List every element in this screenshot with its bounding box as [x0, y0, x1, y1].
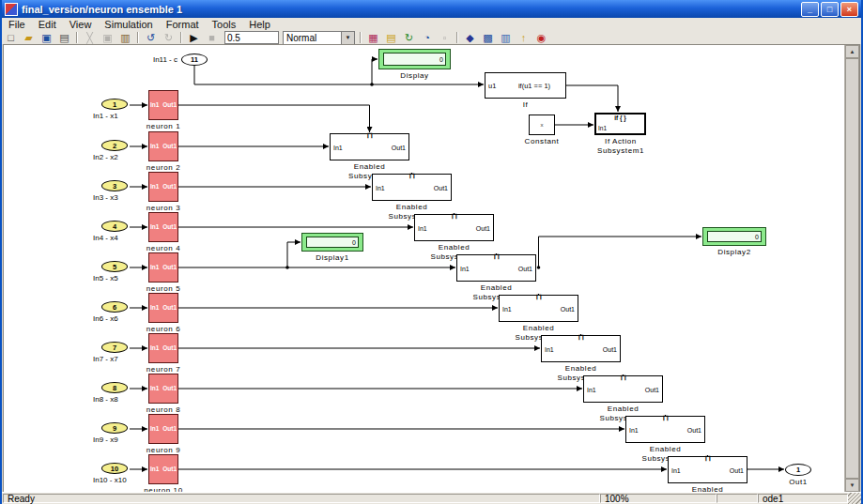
neuron-block[interactable]: In1Out1: [148, 414, 178, 444]
neuron-in-port: In1: [150, 224, 159, 231]
display2-block[interactable]: 0: [702, 227, 766, 246]
outport-oval[interactable]: 1: [785, 464, 811, 476]
simulation-mode-select[interactable]: Normal ▼: [283, 31, 355, 45]
neuron-in-port: In1: [150, 184, 159, 191]
subsystem-in-port: In1: [671, 466, 681, 473]
vertical-scrollbar[interactable]: ▲ ▼: [844, 45, 859, 492]
toolbar-separator: [456, 32, 458, 43]
enabled-subsystem-block[interactable]: In1Out1⊓: [330, 133, 409, 160]
model-explorer-icon[interactable]: ▥: [497, 31, 515, 44]
if-block-label: If: [485, 100, 566, 110]
inport-oval-11[interactable]: 11: [181, 53, 208, 66]
neuron-block[interactable]: In1Out1: [148, 374, 178, 404]
scroll-down-icon[interactable]: ▼: [845, 479, 859, 492]
neuron-block[interactable]: In1Out1: [148, 454, 178, 484]
inport-oval[interactable]: 3: [101, 180, 128, 191]
neuron-out-port: Out1: [162, 426, 177, 433]
inport-oval[interactable]: 1: [101, 99, 128, 110]
subsystem-label-line1: Enabled: [530, 364, 633, 374]
subsystem-out-port: Out1: [392, 144, 406, 150]
model-canvas[interactable]: 11 In11 - c 0 Display u1 if(u1 == 1) If …: [3, 44, 860, 493]
inport-oval[interactable]: 10: [101, 463, 128, 474]
enabled-subsystem-block[interactable]: In1Out1⊓: [499, 295, 578, 322]
inport-oval[interactable]: 2: [101, 140, 128, 151]
subsystem-in-port: In1: [629, 426, 639, 433]
neuron-out-port: Out1: [162, 184, 177, 191]
neuron-in-port: In1: [150, 426, 159, 433]
target-connection-icon[interactable]: ◔: [418, 31, 436, 44]
scroll-up-icon[interactable]: ▲: [845, 45, 859, 58]
enabled-subsystem-block[interactable]: In1Out1⊓: [372, 174, 452, 201]
neuron-in-port: In1: [150, 466, 159, 473]
status-zoom-level: 100%: [600, 494, 717, 503]
new-model-icon[interactable]: □: [2, 31, 20, 44]
display-block[interactable]: 0: [378, 49, 451, 69]
neuron-block[interactable]: In1Out1: [148, 212, 178, 242]
model-browser-icon[interactable]: ▤: [382, 31, 400, 44]
display1-block[interactable]: 0: [301, 233, 363, 252]
neuron-out-port: Out1: [162, 224, 177, 231]
close-button[interactable]: ×: [840, 2, 858, 17]
enabled-subsystem-block[interactable]: In1Out1⊓: [456, 254, 536, 282]
neuron-block[interactable]: In1Out1: [148, 252, 178, 283]
inport-oval[interactable]: 9: [101, 422, 128, 434]
neuron-block[interactable]: In1Out1: [148, 131, 178, 161]
neuron-block[interactable]: In1Out1: [148, 172, 178, 202]
if-action-label-line1: If Action: [583, 137, 658, 146]
enabled-subsystem-block[interactable]: In1Out1⊓: [668, 456, 747, 483]
menu-view[interactable]: View: [63, 18, 99, 31]
neuron-block[interactable]: In1Out1: [148, 90, 178, 120]
neuron-in-port: In1: [150, 265, 159, 271]
undo-icon[interactable]: ↺: [142, 31, 160, 44]
resize-grip[interactable]: [848, 493, 861, 504]
neuron-block[interactable]: In1Out1: [148, 293, 178, 323]
if-action-in-port: In1: [598, 125, 607, 131]
enabled-subsystem-block[interactable]: In1Out1⊓: [414, 214, 494, 241]
scrollbar-thumb[interactable]: [845, 58, 859, 479]
neuron-out-port: Out1: [162, 345, 177, 352]
inport-oval[interactable]: 4: [101, 221, 128, 232]
start-simulation-icon[interactable]: ▶: [185, 31, 203, 44]
display-block-label: Display: [378, 71, 451, 81]
update-diagram-icon[interactable]: ↻: [400, 31, 418, 44]
subsystem-in-port: In1: [376, 184, 385, 191]
enable-port-icon: ⊓: [704, 455, 710, 463]
subsystem-out-port: Out1: [687, 426, 701, 433]
signal-scope-icon[interactable]: ▩: [479, 31, 497, 44]
simulation-stop-time-input[interactable]: [224, 31, 279, 44]
go-to-parent-icon[interactable]: ↑: [515, 31, 532, 44]
enabled-subsystem-block[interactable]: In1Out1⊓: [625, 416, 705, 443]
subsystem-in-port: In1: [460, 265, 470, 271]
build-model-icon[interactable]: ◆: [461, 31, 479, 44]
save-model-icon[interactable]: ▣: [38, 31, 55, 44]
enabled-subsystem-block[interactable]: In1Out1⊓: [583, 375, 663, 403]
if-action-subsystem-block[interactable]: if { } In1: [594, 113, 646, 135]
neuron-block[interactable]: In1Out1: [148, 333, 178, 363]
menu-file[interactable]: File: [2, 18, 32, 31]
enabled-subsystem-block[interactable]: In1Out1⊓: [541, 335, 621, 362]
neuron-out-port: Out1: [162, 144, 177, 150]
library-browser-icon[interactable]: ▦: [364, 31, 382, 44]
subsystem-label-line1: Enabled: [572, 405, 675, 414]
chevron-down-icon[interactable]: ▼: [341, 32, 354, 44]
subsystem-in-port: In1: [545, 345, 554, 352]
neuron-block-label: neuron 1: [121, 122, 206, 131]
menu-format[interactable]: Format: [160, 18, 206, 31]
print-icon[interactable]: ▤: [55, 31, 73, 44]
if-block[interactable]: u1 if(u1 == 1): [485, 72, 566, 99]
open-model-icon[interactable]: ▰: [20, 31, 38, 44]
inport-oval[interactable]: 6: [101, 301, 128, 313]
inport-oval[interactable]: 7: [101, 342, 128, 353]
minimize-button[interactable]: _: [801, 2, 819, 17]
constant-block[interactable]: x: [529, 115, 555, 135]
menu-tools[interactable]: Tools: [206, 18, 243, 31]
menu-help[interactable]: Help: [242, 18, 277, 31]
enable-port-icon: ⊓: [493, 253, 499, 261]
inport-oval[interactable]: 8: [101, 382, 128, 393]
paste-icon[interactable]: ▥: [116, 31, 134, 44]
menu-edit[interactable]: Edit: [32, 18, 63, 31]
debug-icon[interactable]: ◉: [532, 31, 550, 44]
maximize-button[interactable]: □: [821, 2, 839, 17]
menu-simulation[interactable]: Simulation: [98, 18, 159, 31]
inport-oval[interactable]: 5: [101, 261, 128, 272]
